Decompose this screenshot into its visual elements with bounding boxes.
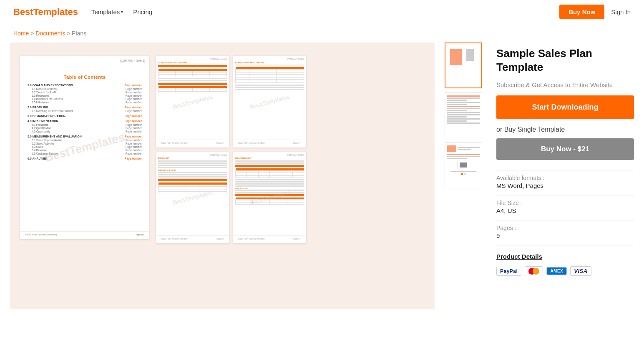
small-footer-4: Sales Plan Version (number)Page (n) [233, 235, 306, 240]
thumbnail-1[interactable] [445, 42, 482, 88]
header-buy-now-button[interactable]: Buy Now [559, 5, 604, 19]
buy-single-button[interactable]: Buy Now - $21 [496, 138, 634, 160]
doc-preview-main: [COMPANY NAME] Table of Contents 1.0 GOA… [20, 56, 149, 239]
small-watermark-2: BestTemplates [249, 93, 290, 110]
pages-label: Pages : [496, 225, 634, 231]
main-layout: [COMPANY NAME] Table of Contents 1.0 GOA… [0, 42, 644, 326]
doc-small-pages-grid: COMPANY NAME GOALS AND EXPECTATIONS [156, 56, 306, 243]
chevron-down-icon: ▾ [121, 10, 123, 14]
doc-small-page-3: COMPANY NAME PROFILING STRENGTHS & NOTES [156, 152, 229, 243]
payment-icons: PayPal AMEX VISA [496, 266, 634, 276]
logo-best: Best [13, 7, 33, 17]
header-left: BestTemplates Templates ▾ Pricing [13, 7, 152, 18]
file-size-value: A4, US [496, 207, 634, 214]
logo[interactable]: BestTemplates [13, 7, 78, 18]
nav-pricing[interactable]: Pricing [133, 8, 152, 15]
small-footer-2: Sales Plan Version (number)Page (n) [233, 140, 306, 144]
info-panel: Sample Sales Plan Template Subscribe & G… [492, 42, 634, 309]
header-right: Buy Now Sign In [559, 5, 631, 19]
amex-icon: AMEX [546, 267, 567, 275]
small-watermark-1: BestTemplates [172, 93, 213, 110]
available-formats-value: MS Word, Pages [496, 182, 634, 189]
company-name-label: [COMPANY NAME] [20, 56, 149, 62]
breadcrumb-documents[interactable]: Documents [35, 30, 65, 37]
file-size-row: File Size : A4, US [496, 200, 634, 214]
toc-title: Table of Contents [20, 75, 149, 80]
small-footer-3: Sales Plan Version (number)Page (n) [156, 235, 229, 240]
product-title: Sample Sales Plan Template [496, 47, 634, 74]
doc-footer: Sales Plan Version (number) Page (n) [20, 231, 149, 236]
breadcrumb-current: Plans [72, 30, 86, 37]
pages-value: 9 [496, 232, 634, 239]
file-size-label: File Size : [496, 200, 634, 206]
main-nav: Templates ▾ Pricing [91, 8, 152, 15]
start-downloading-button[interactable]: Start Downloading [496, 95, 634, 119]
or-buy-text: or Buy Single Template [496, 126, 634, 133]
paypal-icon: PayPal [496, 267, 521, 276]
visa-icon: VISA [570, 266, 591, 276]
toc-content: 1.0 GOALS AND EXPECTATIONSPage number 1.… [28, 84, 142, 160]
thumbnail-3[interactable] [445, 142, 482, 188]
breadcrumb: Home > Documents > Plans [0, 24, 644, 42]
thumbnails-sidebar [445, 42, 482, 309]
doc-small-page-2: COMPANY NAME GOALS AND EXPECTATIONS [233, 56, 306, 148]
nav-templates[interactable]: Templates ▾ [91, 8, 123, 15]
preview-area: [COMPANY NAME] Table of Contents 1.0 GOA… [10, 42, 435, 309]
subscribe-text: Subscribe & Get Access to Entire Website [496, 80, 634, 90]
logo-templates: Templates [33, 7, 78, 17]
breadcrumb-home[interactable]: Home [13, 30, 29, 37]
product-details-link[interactable]: Product Details [496, 253, 542, 260]
mastercard-icon [525, 266, 543, 276]
doc-small-page-1: COMPANY NAME GOALS AND EXPECTATIONS [156, 56, 229, 148]
header: BestTemplates Templates ▾ Pricing Buy No… [0, 0, 644, 24]
doc-small-page-4: COMPANY NAME MEASUREMENT [233, 152, 306, 243]
small-footer-1: Sales Plan Version (number)Page (n) [156, 140, 229, 144]
sign-in-link[interactable]: Sign In [611, 8, 631, 15]
available-formats-row: Available formats : MS Word, Pages [496, 175, 634, 189]
available-formats-label: Available formats : [496, 175, 634, 181]
thumbnail-2[interactable] [445, 92, 482, 138]
pages-row: Pages : 9 [496, 225, 634, 239]
